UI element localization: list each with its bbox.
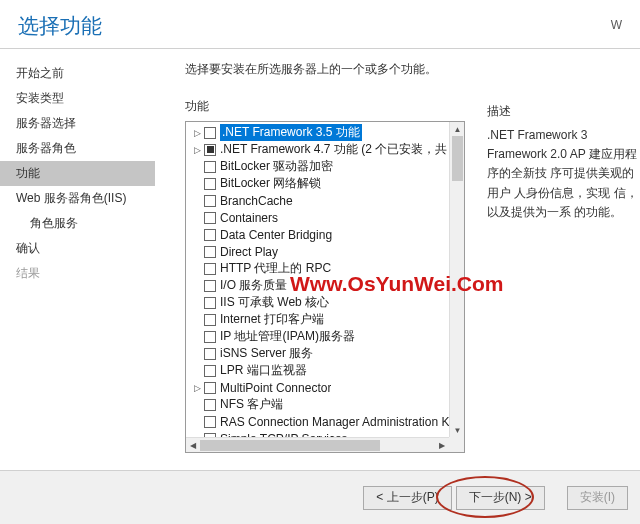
tree-item[interactable]: ▷.NET Framework 3.5 功能 xyxy=(186,124,449,141)
checkbox[interactable] xyxy=(204,127,216,139)
features-tree: ▷.NET Framework 3.5 功能▷.NET Framework 4.… xyxy=(185,121,465,453)
wizard-step[interactable]: 角色服务 xyxy=(0,211,155,236)
tree-item[interactable]: Containers xyxy=(186,209,449,226)
tree-item[interactable]: BitLocker 网络解锁 xyxy=(186,175,449,192)
wizard-footer: < 上一步(P) 下一步(N) > 安装(I) xyxy=(0,470,640,524)
next-button[interactable]: 下一步(N) > xyxy=(456,486,545,510)
checkbox[interactable] xyxy=(204,229,216,241)
tree-item-label: Direct Play xyxy=(220,245,278,259)
wizard-step: 结果 xyxy=(0,261,155,286)
tree-item[interactable]: IP 地址管理(IPAM)服务器 xyxy=(186,328,449,345)
tree-item[interactable]: iSNS Server 服务 xyxy=(186,345,449,362)
tree-item[interactable]: RAS Connection Manager Administration Ki… xyxy=(186,413,449,430)
install-button[interactable]: 安装(I) xyxy=(567,486,628,510)
tree-item-label: HTTP 代理上的 RPC xyxy=(220,260,331,277)
tree-item[interactable]: HTTP 代理上的 RPC xyxy=(186,260,449,277)
scroll-up-icon[interactable]: ▲ xyxy=(450,122,465,136)
tree-item[interactable]: IIS 可承载 Web 核心 xyxy=(186,294,449,311)
checkbox[interactable] xyxy=(204,365,216,377)
features-label: 功能 xyxy=(185,98,465,115)
checkbox[interactable] xyxy=(204,382,216,394)
checkbox[interactable] xyxy=(204,195,216,207)
scroll-down-icon[interactable]: ▼ xyxy=(450,423,465,437)
wizard-step[interactable]: 服务器选择 xyxy=(0,111,155,136)
tree-item-label: Data Center Bridging xyxy=(220,228,332,242)
tree-item-label: LPR 端口监视器 xyxy=(220,362,307,379)
tree-item-label: Containers xyxy=(220,211,278,225)
tree-item[interactable]: ▷MultiPoint Connector xyxy=(186,379,449,396)
tree-item[interactable]: ▷.NET Framework 4.7 功能 (2 个已安装，共 7 个) xyxy=(186,141,449,158)
previous-button[interactable]: < 上一步(P) xyxy=(363,486,451,510)
tree-item[interactable]: NFS 客户端 xyxy=(186,396,449,413)
wizard-step[interactable]: 确认 xyxy=(0,236,155,261)
vertical-scrollbar[interactable]: ▲ ▼ xyxy=(449,122,464,437)
checkbox[interactable] xyxy=(204,331,216,343)
scroll-right-icon[interactable]: ▶ xyxy=(435,438,449,453)
tree-item-label: MultiPoint Connector xyxy=(220,381,331,395)
tree-item[interactable]: BitLocker 驱动器加密 xyxy=(186,158,449,175)
wizard-step[interactable]: 开始之前 xyxy=(0,61,155,86)
wizard-step[interactable]: 安装类型 xyxy=(0,86,155,111)
tree-item-label: iSNS Server 服务 xyxy=(220,345,313,362)
expand-icon[interactable]: ▷ xyxy=(192,128,202,138)
tree-item[interactable]: Simple TCP/IP Services xyxy=(186,430,449,437)
checkbox[interactable] xyxy=(204,416,216,428)
tree-item-label: .NET Framework 4.7 功能 (2 个已安装，共 7 个) xyxy=(220,141,449,158)
tree-item-label: Internet 打印客户端 xyxy=(220,311,324,328)
tree-item[interactable]: Direct Play xyxy=(186,243,449,260)
checkbox[interactable] xyxy=(204,399,216,411)
checkbox[interactable] xyxy=(204,246,216,258)
checkbox[interactable] xyxy=(204,348,216,360)
tree-item[interactable]: Internet 打印客户端 xyxy=(186,311,449,328)
tree-item[interactable]: BranchCache xyxy=(186,192,449,209)
wizard-step[interactable]: 功能 xyxy=(0,161,155,186)
tree-item-label: IP 地址管理(IPAM)服务器 xyxy=(220,328,355,345)
page-title: 选择功能 xyxy=(18,12,102,40)
wizard-step[interactable]: 服务器角色 xyxy=(0,136,155,161)
tree-item-label: IIS 可承载 Web 核心 xyxy=(220,294,329,311)
checkbox[interactable] xyxy=(204,212,216,224)
tree-item-label: .NET Framework 3.5 功能 xyxy=(220,124,362,141)
wizard-step[interactable]: Web 服务器角色(IIS) xyxy=(0,186,155,211)
scroll-thumb[interactable] xyxy=(452,136,463,181)
tree-item[interactable]: Data Center Bridging xyxy=(186,226,449,243)
checkbox[interactable] xyxy=(204,280,216,292)
horizontal-scrollbar[interactable]: ◀ ▶ xyxy=(186,437,449,452)
checkbox[interactable] xyxy=(204,178,216,190)
scroll-thumb[interactable] xyxy=(200,440,380,451)
checkbox[interactable] xyxy=(204,297,216,309)
description-label: 描述 xyxy=(487,103,640,120)
checkbox[interactable] xyxy=(204,263,216,275)
expand-icon[interactable]: ▷ xyxy=(192,145,202,155)
tree-item-label: RAS Connection Manager Administration Ki… xyxy=(220,415,449,429)
header-subtitle: W xyxy=(611,18,622,32)
tree-item[interactable]: I/O 服务质量 xyxy=(186,277,449,294)
tree-item-label: BranchCache xyxy=(220,194,293,208)
tree-item[interactable]: LPR 端口监视器 xyxy=(186,362,449,379)
instruction-text: 选择要安装在所选服务器上的一个或多个功能。 xyxy=(185,61,465,78)
tree-item-label: NFS 客户端 xyxy=(220,396,283,413)
tree-item-label: BitLocker 驱动器加密 xyxy=(220,158,333,175)
scroll-left-icon[interactable]: ◀ xyxy=(186,438,200,453)
tree-item-label: BitLocker 网络解锁 xyxy=(220,175,321,192)
expand-icon[interactable]: ▷ xyxy=(192,383,202,393)
description-text: .NET Framework 3 Framework 2.0 AP 建应用程序的… xyxy=(487,126,640,222)
wizard-steps: 开始之前安装类型服务器选择服务器角色功能Web 服务器角色(IIS)角色服务确认… xyxy=(0,49,155,469)
tree-item-label: I/O 服务质量 xyxy=(220,277,287,294)
checkbox[interactable] xyxy=(204,314,216,326)
checkbox[interactable] xyxy=(204,144,216,156)
checkbox[interactable] xyxy=(204,161,216,173)
